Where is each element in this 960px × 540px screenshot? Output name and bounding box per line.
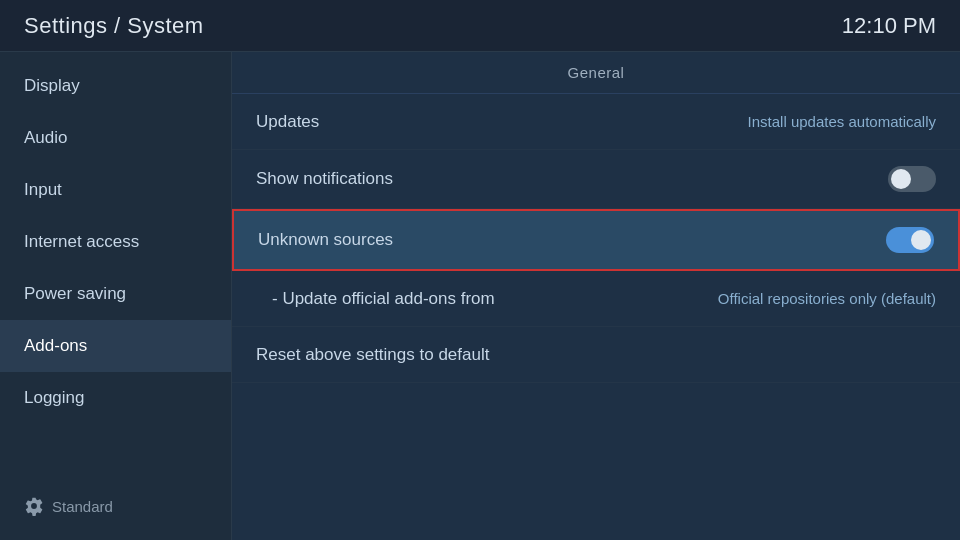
updates-label: Updates (256, 112, 319, 132)
header: Settings / System 12:10 PM (0, 0, 960, 52)
main-content: Display Audio Input Internet access Powe… (0, 52, 960, 540)
unknown-sources-label: Unknown sources (258, 230, 393, 250)
sidebar-item-add-ons[interactable]: Add-ons (0, 320, 231, 372)
sidebar-bottom: Standard (0, 480, 231, 532)
reset-settings-row[interactable]: Reset above settings to default (232, 327, 960, 383)
toggle-knob (891, 169, 911, 189)
sidebar-item-power-saving[interactable]: Power saving (0, 268, 231, 320)
show-notifications-row[interactable]: Show notifications (232, 150, 960, 209)
sidebar-item-audio[interactable]: Audio (0, 112, 231, 164)
gear-icon (24, 496, 44, 516)
update-addons-label: - Update official add-ons from (272, 289, 495, 309)
updates-value: Install updates automatically (748, 113, 936, 130)
update-addons-value: Official repositories only (default) (718, 290, 936, 307)
sidebar: Display Audio Input Internet access Powe… (0, 52, 232, 540)
page-title: Settings / System (24, 13, 204, 39)
content-panel: General Updates Install updates automati… (232, 52, 960, 540)
sidebar-item-logging[interactable]: Logging (0, 372, 231, 424)
show-notifications-toggle[interactable] (888, 166, 936, 192)
section-header: General (232, 52, 960, 94)
sidebar-item-display[interactable]: Display (0, 60, 231, 112)
toggle-knob-on (911, 230, 931, 250)
updates-row[interactable]: Updates Install updates automatically (232, 94, 960, 150)
clock: 12:10 PM (842, 13, 936, 39)
unknown-sources-toggle[interactable] (886, 227, 934, 253)
sidebar-item-input[interactable]: Input (0, 164, 231, 216)
sidebar-item-internet-access[interactable]: Internet access (0, 216, 231, 268)
reset-settings-label: Reset above settings to default (256, 345, 489, 365)
update-addons-row[interactable]: - Update official add-ons from Official … (232, 271, 960, 327)
standard-label: Standard (52, 498, 113, 515)
show-notifications-label: Show notifications (256, 169, 393, 189)
unknown-sources-row[interactable]: Unknown sources (232, 209, 960, 271)
